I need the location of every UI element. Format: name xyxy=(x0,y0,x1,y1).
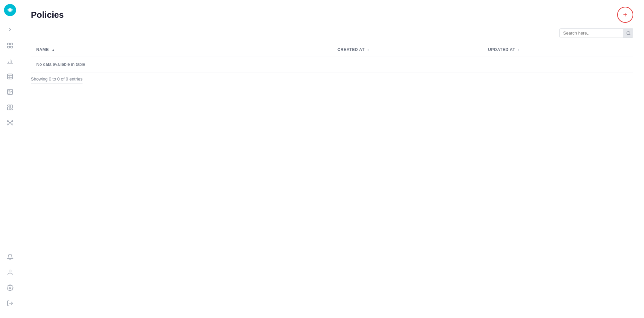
svg-rect-4 xyxy=(7,46,9,48)
table-header: NAME ▲ CREATED AT ↕ UPDATED AT ↕ xyxy=(31,43,633,56)
sidebar-item-logout[interactable] xyxy=(3,297,17,310)
column-header-name[interactable]: NAME ▲ xyxy=(31,43,332,56)
logout-icon xyxy=(7,300,13,307)
gear-icon xyxy=(7,284,13,291)
name-sort-icon: ▲ xyxy=(52,48,55,52)
svg-rect-17 xyxy=(10,105,12,108)
table-icon xyxy=(7,73,13,80)
column-header-created-at[interactable]: CREATED AT ↕ xyxy=(332,43,483,56)
page-header: Policies + xyxy=(20,0,644,28)
sidebar-item-widgets[interactable] xyxy=(3,101,17,114)
widgets-icon xyxy=(7,104,13,111)
policies-table: NAME ▲ CREATED AT ↕ UPDATED AT ↕ xyxy=(31,43,633,84)
grid-icon xyxy=(7,42,13,49)
search-button[interactable] xyxy=(623,29,633,38)
svg-line-25 xyxy=(8,121,9,122)
svg-line-28 xyxy=(10,123,11,124)
bar-chart-icon xyxy=(7,58,13,64)
page-title: Policies xyxy=(31,10,64,20)
sidebar-logo[interactable] xyxy=(4,4,16,16)
svg-rect-5 xyxy=(10,46,12,48)
svg-line-33 xyxy=(630,34,631,35)
entries-count: Showing 0 to 0 of 0 entries xyxy=(31,76,83,84)
sidebar-item-profile[interactable] xyxy=(3,266,17,279)
svg-point-21 xyxy=(7,120,8,121)
svg-rect-10 xyxy=(7,74,12,79)
sidebar-item-media[interactable] xyxy=(3,85,17,99)
updated-sort-icon: ↕ xyxy=(518,48,520,52)
svg-point-22 xyxy=(12,120,13,121)
svg-point-24 xyxy=(12,124,13,125)
search-icon xyxy=(626,31,631,36)
svg-point-23 xyxy=(7,124,8,125)
sidebar xyxy=(0,0,20,318)
network-icon xyxy=(7,119,13,126)
svg-line-26 xyxy=(10,121,11,122)
svg-point-32 xyxy=(627,31,630,34)
sidebar-item-notifications[interactable] xyxy=(3,250,17,264)
sidebar-item-network[interactable] xyxy=(3,116,17,129)
add-policy-button[interactable]: + xyxy=(617,7,633,23)
svg-point-20 xyxy=(9,122,10,123)
svg-rect-18 xyxy=(7,107,10,110)
main-content: Policies + xyxy=(20,0,644,318)
svg-rect-3 xyxy=(10,43,12,45)
search-input[interactable] xyxy=(560,29,623,38)
sidebar-bottom xyxy=(3,250,17,314)
sidebar-item-dashboard[interactable] xyxy=(3,39,17,52)
user-icon xyxy=(7,269,13,276)
svg-point-1 xyxy=(9,9,11,11)
created-sort-icon: ↕ xyxy=(367,48,369,52)
no-data-row: No data available in table xyxy=(31,56,633,72)
svg-point-15 xyxy=(8,91,9,92)
table: NAME ▲ CREATED AT ↕ UPDATED AT ↕ xyxy=(31,43,633,72)
bell-icon xyxy=(7,254,13,260)
plus-icon: + xyxy=(623,11,628,18)
svg-rect-19 xyxy=(10,109,12,110)
sidebar-collapse-button[interactable] xyxy=(3,23,17,36)
sidebar-item-settings[interactable] xyxy=(3,281,17,295)
image-icon xyxy=(7,89,13,95)
svg-rect-16 xyxy=(7,105,10,106)
table-body: No data available in table xyxy=(31,56,633,72)
svg-rect-2 xyxy=(7,43,9,45)
no-data-cell: No data available in table xyxy=(31,56,633,72)
column-header-updated-at[interactable]: UPDATED AT ↕ xyxy=(483,43,633,56)
sidebar-nav xyxy=(3,39,17,250)
svg-line-27 xyxy=(8,123,9,124)
search-bar xyxy=(31,28,633,38)
sidebar-item-table[interactable] xyxy=(3,70,17,83)
svg-point-30 xyxy=(9,287,11,289)
content-area: NAME ▲ CREATED AT ↕ UPDATED AT ↕ xyxy=(20,28,644,318)
search-input-wrapper xyxy=(559,28,633,38)
svg-point-29 xyxy=(9,270,11,272)
sidebar-item-metrics[interactable] xyxy=(3,54,17,68)
